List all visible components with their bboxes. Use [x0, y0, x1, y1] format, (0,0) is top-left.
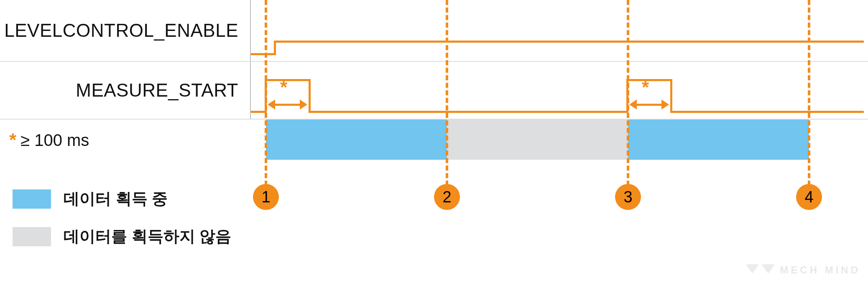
arrow-right-icon — [661, 100, 669, 110]
arrow-left-icon — [268, 100, 275, 110]
signal-label-levelcontrol: LEVELCONTROL_ENABLE — [0, 0, 251, 61]
arrow-shaft — [275, 104, 300, 106]
arrow-shaft — [637, 104, 661, 106]
note-text: ≥ 100 ms — [20, 131, 89, 150]
arrow-left-icon — [629, 100, 637, 110]
pulse2-star-icon: * — [642, 77, 649, 98]
row-levelcontrol-enable: LEVELCONTROL_ENABLE — [0, 0, 868, 62]
timeline-measure-start: * * — [251, 62, 868, 119]
legend-not-acquiring: 데이터를 획득하지 않음 — [13, 226, 231, 247]
pulse1-star-icon: * — [280, 77, 287, 98]
arrow-right-icon — [300, 100, 307, 110]
band-acquiring-2 — [628, 120, 809, 160]
band-acquiring-1 — [266, 120, 447, 160]
signal-measure-pulse2-top — [626, 79, 672, 81]
row-measure-start: MEASURE_START * * — [0, 62, 868, 120]
legend-swatch-not-acquiring — [13, 227, 51, 246]
signal-label-measure-start: MEASURE_START — [0, 62, 251, 119]
note-star-icon: * — [9, 130, 16, 151]
signal-measure-pulse1-top — [265, 79, 311, 81]
timeline-levelcontrol — [251, 0, 868, 61]
signal-measure-low-1 — [251, 111, 266, 113]
signal-levelcontrol-low — [251, 53, 276, 55]
signal-measure-pulse2-rise — [626, 79, 628, 113]
legend-label-acquiring: 데이터 획득 중 — [64, 188, 168, 209]
marker-4: 4 — [796, 184, 822, 210]
watermark-text: MECH MIND — [780, 264, 860, 276]
acquisition-bands — [251, 120, 868, 160]
signal-measure-pulse1-rise — [265, 79, 267, 113]
signal-measure-pulse1-fall — [309, 79, 311, 113]
signal-measure-pulse2-fall — [670, 79, 672, 113]
row-acquisition-bands — [0, 120, 868, 160]
band-not-acquiring — [447, 120, 628, 160]
marker-1: 1 — [253, 184, 279, 210]
signal-levelcontrol-rising-edge — [274, 41, 276, 55]
pulse-width-note: * ≥ 100 ms — [9, 130, 89, 151]
pulse2-width-arrow — [629, 100, 669, 110]
watermark-logo-icon — [745, 264, 775, 276]
signal-levelcontrol-high — [274, 41, 864, 43]
marker-2: 2 — [434, 184, 460, 210]
signal-measure-low-3 — [670, 111, 864, 113]
pulse1-width-arrow — [268, 100, 307, 110]
legend-acquiring: 데이터 획득 중 — [13, 188, 168, 209]
signal-measure-low-2 — [309, 111, 628, 113]
legend-swatch-acquiring — [13, 189, 51, 209]
watermark: MECH MIND — [745, 264, 860, 276]
marker-3: 3 — [615, 184, 641, 210]
legend-label-not-acquiring: 데이터를 획득하지 않음 — [64, 226, 231, 247]
